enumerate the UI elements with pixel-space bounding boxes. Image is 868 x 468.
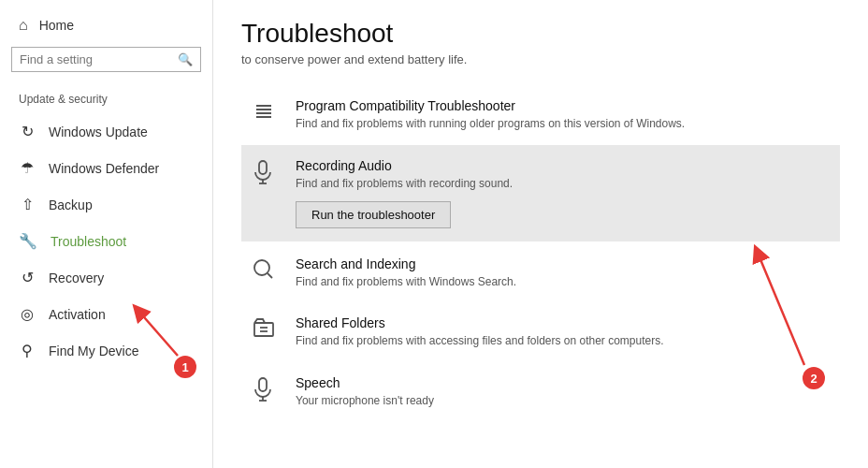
refresh-icon — [19, 123, 36, 140]
sidebar: Home 🔍 Update & security Windows Update … — [0, 0, 213, 468]
item-desc: Find and fix problems with recording sou… — [296, 176, 829, 192]
troubleshoot-item-search-indexing: Search and Indexing Find and fix problem… — [241, 243, 840, 303]
search-box[interactable]: 🔍 — [11, 47, 201, 72]
page-subtitle: to conserve power and extend battery lif… — [241, 52, 840, 66]
search-indexing-icon — [253, 256, 281, 285]
troubleshoot-item-recording-audio: Recording Audio Find and fix problems wi… — [241, 145, 840, 241]
svg-point-7 — [254, 260, 269, 275]
backup-icon: ⇧ — [19, 196, 36, 213]
sidebar-item-windows-defender[interactable]: ☂ Windows Defender — [0, 150, 212, 186]
svg-rect-4 — [259, 161, 267, 174]
home-label: Home — [39, 18, 74, 33]
sidebar-item-label: Troubleshoot — [51, 234, 126, 249]
item-text: Program Compatibility Troubleshooter Fin… — [296, 98, 829, 132]
sidebar-item-label: Activation — [49, 307, 106, 322]
home-icon — [19, 17, 28, 34]
speech-icon — [253, 375, 281, 407]
troubleshoot-item-shared-folders: Shared Folders Find and fix problems wit… — [241, 302, 840, 362]
wrench-icon: 🔧 — [19, 232, 37, 250]
svg-rect-9 — [254, 323, 273, 336]
sidebar-item-label: Windows Defender — [49, 161, 159, 176]
item-text: Recording Audio Find and fix problems wi… — [296, 158, 829, 228]
sidebar-item-find-my-device[interactable]: ⚲ Find My Device — [0, 332, 212, 369]
sidebar-item-windows-update[interactable]: Windows Update — [0, 113, 212, 150]
section-label: Update & security — [0, 87, 212, 113]
run-troubleshooter-button[interactable]: Run the troubleshooter — [296, 201, 451, 228]
item-desc: Find and fix problems with running older… — [296, 116, 829, 132]
main-content: Troubleshoot to conserve power and exten… — [213, 0, 868, 468]
item-name: Recording Audio — [296, 158, 829, 173]
sidebar-item-label: Backup — [49, 197, 93, 212]
sidebar-item-activation[interactable]: ◎ Activation — [0, 296, 212, 332]
list-icon — [253, 98, 281, 128]
page-title: Troubleshoot — [241, 19, 840, 49]
shield-icon: ☂ — [19, 159, 36, 177]
item-text: Search and Indexing Find and fix problem… — [296, 256, 829, 290]
sidebar-item-home[interactable]: Home — [0, 0, 212, 47]
item-desc: Your microphone isn't ready — [296, 393, 829, 409]
search-input[interactable] — [20, 52, 172, 66]
item-name: Search and Indexing — [296, 256, 829, 271]
sidebar-item-label: Find My Device — [49, 344, 138, 358]
activation-icon: ◎ — [19, 305, 36, 323]
sidebar-item-label: Windows Update — [49, 124, 148, 139]
sidebar-item-recovery[interactable]: ↺ Recovery — [0, 259, 212, 296]
svg-line-8 — [268, 273, 272, 278]
shared-folders-icon — [253, 315, 281, 344]
item-desc: Find and fix problems with accessing fil… — [296, 333, 829, 349]
item-text: Shared Folders Find and fix problems wit… — [296, 315, 829, 349]
sidebar-item-troubleshoot[interactable]: 🔧 Troubleshoot — [0, 223, 212, 259]
sidebar-item-backup[interactable]: ⇧ Backup — [0, 186, 212, 223]
sidebar-item-label: Recovery — [49, 271, 104, 285]
svg-rect-12 — [259, 378, 267, 391]
troubleshoot-item-speech: Speech Your microphone isn't ready — [241, 362, 840, 422]
item-desc: Find and fix problems with Windows Searc… — [296, 274, 829, 290]
item-name: Program Compatibility Troubleshooter — [296, 98, 829, 113]
recovery-icon: ↺ — [19, 269, 36, 286]
item-name: Speech — [296, 375, 829, 390]
find-icon: ⚲ — [19, 342, 36, 359]
troubleshoot-item-program-compatibility: Program Compatibility Troubleshooter Fin… — [241, 85, 840, 145]
item-name: Shared Folders — [296, 315, 829, 330]
item-text: Speech Your microphone isn't ready — [296, 375, 829, 409]
search-icon: 🔍 — [178, 52, 193, 66]
mic-icon — [253, 158, 281, 190]
